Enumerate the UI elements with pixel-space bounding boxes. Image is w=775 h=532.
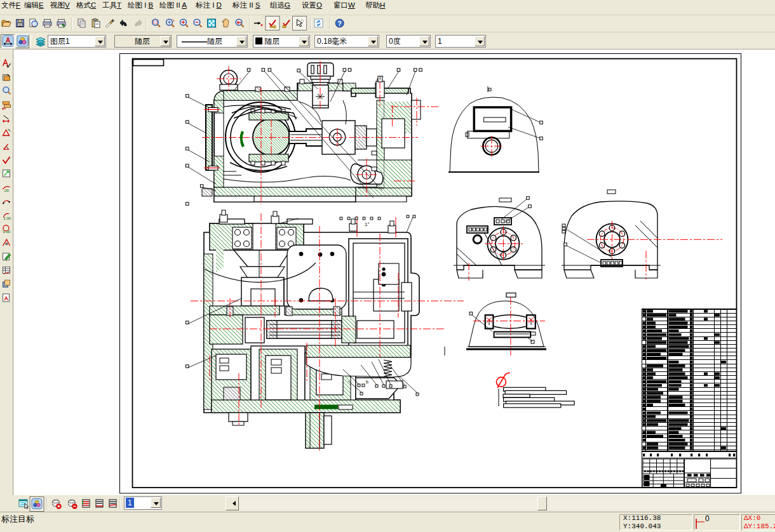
svg-text:1°: 1° [379, 75, 384, 81]
svg-text:b: b [366, 380, 368, 384]
svg-text:1°: 1° [365, 222, 370, 227]
